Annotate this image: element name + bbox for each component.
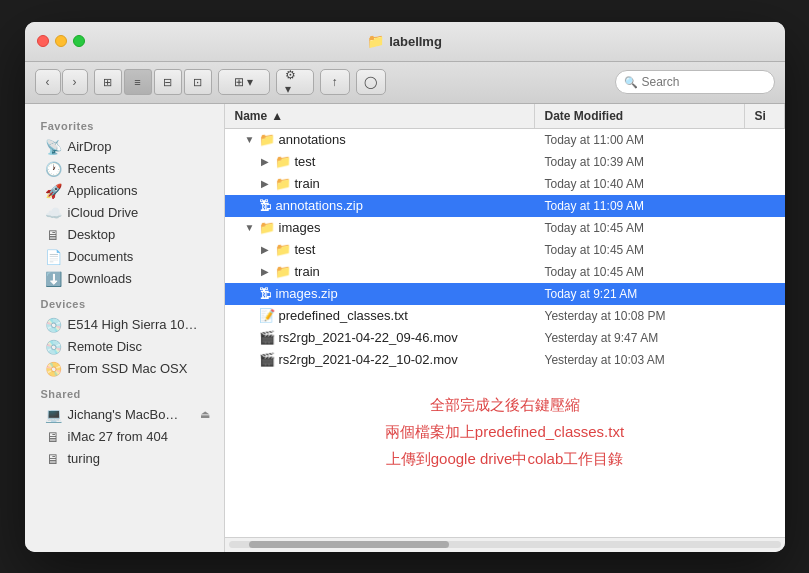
folder-icon: 📁	[259, 132, 275, 147]
annotation-area: 全部完成之後右鍵壓縮 兩個檔案加上predefined_classes.txt …	[225, 371, 785, 492]
file-date: Today at 11:00 AM	[535, 133, 745, 147]
col-name-header[interactable]: Name ▲	[225, 104, 535, 128]
sidebar-item-fromssd[interactable]: 📀 From SSD Mac OSX	[29, 358, 220, 380]
file-date: Today at 10:39 AM	[535, 155, 745, 169]
title-bar: 📁 labelImg	[25, 22, 785, 62]
folder-icon: 📁	[275, 242, 291, 257]
sidebar-item-downloads[interactable]: ⬇️ Downloads	[29, 268, 220, 290]
annotation-line3: 上傳到google drive中colab工作目錄	[245, 445, 765, 472]
jichang-icon: 💻	[45, 407, 61, 423]
file-list: ▼ 📁 annotations Today at 11:00 AM ▶ 📁 te…	[225, 129, 785, 537]
scrollbar-thumb[interactable]	[249, 541, 449, 548]
disclosure-arrow[interactable]: ▶	[261, 178, 271, 189]
table-row[interactable]: ▼ 📁 images Today at 10:45 AM	[225, 217, 785, 239]
table-row[interactable]: 📝 predefined_classes.txt Yesterday at 10…	[225, 305, 785, 327]
airdrop-icon: 📡	[45, 139, 61, 155]
search-box[interactable]: 🔍	[615, 70, 775, 94]
file-name-cell: ▼ 📁 images	[225, 220, 535, 235]
eject-icon[interactable]: ⏏	[200, 408, 210, 421]
file-date: Yesterday at 10:08 PM	[535, 309, 745, 323]
sidebar-item-remote[interactable]: 💿 Remote Disc	[29, 336, 220, 358]
folder-icon: 📁	[275, 176, 291, 191]
table-row[interactable]: 🎬 rs2rgb_2021-04-22_10-02.mov Yesterday …	[225, 349, 785, 371]
window-title: 📁 labelImg	[367, 33, 442, 49]
title-folder-icon: 📁	[367, 33, 384, 49]
disclosure-arrow[interactable]: ▼	[245, 222, 255, 233]
file-date: Yesterday at 9:47 AM	[535, 331, 745, 345]
shared-label: Shared	[25, 380, 224, 404]
folder-icon: 📁	[259, 220, 275, 235]
file-date: Today at 10:45 AM	[535, 243, 745, 257]
fromssd-icon: 📀	[45, 361, 61, 377]
disclosure-arrow[interactable]: ▶	[261, 244, 271, 255]
table-row[interactable]: ▼ 📁 annotations Today at 11:00 AM	[225, 129, 785, 151]
action-button[interactable]: ⚙ ▾	[276, 69, 314, 95]
view-list-button[interactable]: ≡	[124, 69, 152, 95]
imac27-icon: 🖥	[45, 429, 61, 445]
annotation-line1: 全部完成之後右鍵壓縮	[245, 391, 765, 418]
table-row[interactable]: ▶ 📁 test Today at 10:45 AM	[225, 239, 785, 261]
forward-button[interactable]: ›	[62, 69, 88, 95]
table-row[interactable]: 🗜 images.zip Today at 9:21 AM	[225, 283, 785, 305]
share-button[interactable]: ↑	[320, 69, 350, 95]
close-button[interactable]	[37, 35, 49, 47]
view-buttons: ⊞ ≡ ⊟ ⊡	[94, 69, 212, 95]
minimize-button[interactable]	[55, 35, 67, 47]
sidebar-item-recents[interactable]: 🕐 Recents	[29, 158, 220, 180]
view-columns-button[interactable]: ⊟	[154, 69, 182, 95]
view-icons-button[interactable]: ⊞	[94, 69, 122, 95]
col-size-header[interactable]: Si	[745, 104, 785, 128]
sidebar: Favorites 📡 AirDrop 🕐 Recents 🚀 Applicat…	[25, 104, 225, 552]
sidebar-item-documents[interactable]: 📄 Documents	[29, 246, 220, 268]
view-cover-button[interactable]: ⊡	[184, 69, 212, 95]
table-row[interactable]: ▶ 📁 train Today at 10:40 AM	[225, 173, 785, 195]
sidebar-item-imac27[interactable]: 🖥 iMac 27 from 404	[29, 426, 220, 448]
scrollbar-track	[229, 541, 781, 548]
file-name-cell: ▶ 📁 test	[225, 242, 535, 257]
folder-icon: 📁	[275, 154, 291, 169]
file-name-cell: ▶ 📁 train	[225, 264, 535, 279]
table-row[interactable]: ▶ 📁 test Today at 10:39 AM	[225, 151, 785, 173]
file-header: Name ▲ Date Modified Si	[225, 104, 785, 129]
sidebar-item-jichang[interactable]: 💻 Jichang's MacBo… ⏏	[29, 404, 220, 426]
sidebar-item-icloud[interactable]: ☁️ iCloud Drive	[29, 202, 220, 224]
sidebar-item-airdrop[interactable]: 📡 AirDrop	[29, 136, 220, 158]
downloads-icon: ⬇️	[45, 271, 61, 287]
sidebar-item-turing[interactable]: 🖥 turing	[29, 448, 220, 470]
file-name-cell: ▶ 📁 test	[225, 154, 535, 169]
maximize-button[interactable]	[73, 35, 85, 47]
disclosure-arrow[interactable]: ▼	[245, 134, 255, 145]
search-input[interactable]	[642, 75, 766, 89]
file-date: Today at 10:45 AM	[535, 265, 745, 279]
file-name-cell: 🗜 annotations.zip	[225, 198, 535, 213]
sidebar-item-e514[interactable]: 💿 E514 High Sierra 10…	[29, 314, 220, 336]
arrange-button[interactable]: ⊞ ▾	[218, 69, 270, 95]
favorites-label: Favorites	[25, 112, 224, 136]
mov-icon: 🎬	[259, 352, 275, 367]
table-row[interactable]: 🎬 rs2rgb_2021-04-22_09-46.mov Yesterday …	[225, 327, 785, 349]
table-row[interactable]: ▶ 📁 train Today at 10:45 AM	[225, 261, 785, 283]
traffic-lights	[37, 35, 85, 47]
disclosure-arrow[interactable]: ▶	[261, 156, 271, 167]
mov-icon: 🎬	[259, 330, 275, 345]
horizontal-scrollbar	[225, 537, 785, 552]
file-name-cell: 🎬 rs2rgb_2021-04-22_10-02.mov	[225, 352, 535, 367]
back-button[interactable]: ‹	[35, 69, 61, 95]
col-date-header[interactable]: Date Modified	[535, 104, 745, 128]
applications-icon: 🚀	[45, 183, 61, 199]
file-name-cell: 🎬 rs2rgb_2021-04-22_09-46.mov	[225, 330, 535, 345]
sidebar-item-desktop[interactable]: 🖥 Desktop	[29, 224, 220, 246]
sidebar-item-applications[interactable]: 🚀 Applications	[29, 180, 220, 202]
disclosure-arrow[interactable]: ▶	[261, 266, 271, 277]
file-area: Name ▲ Date Modified Si ▼ 📁 annotatio	[225, 104, 785, 552]
file-date: Today at 9:21 AM	[535, 287, 745, 301]
txt-icon: 📝	[259, 308, 275, 323]
annotation-line2: 兩個檔案加上predefined_classes.txt	[245, 418, 765, 445]
sort-arrow: ▲	[271, 109, 283, 123]
toolbar: ‹ › ⊞ ≡ ⊟ ⊡ ⊞ ▾ ⚙ ▾ ↑ ◯ 🔍	[25, 62, 785, 104]
remote-icon: 💿	[45, 339, 61, 355]
main-content: Favorites 📡 AirDrop 🕐 Recents 🚀 Applicat…	[25, 104, 785, 552]
table-row[interactable]: 🗜 annotations.zip Today at 11:09 AM	[225, 195, 785, 217]
tag-button[interactable]: ◯	[356, 69, 386, 95]
e514-icon: 💿	[45, 317, 61, 333]
